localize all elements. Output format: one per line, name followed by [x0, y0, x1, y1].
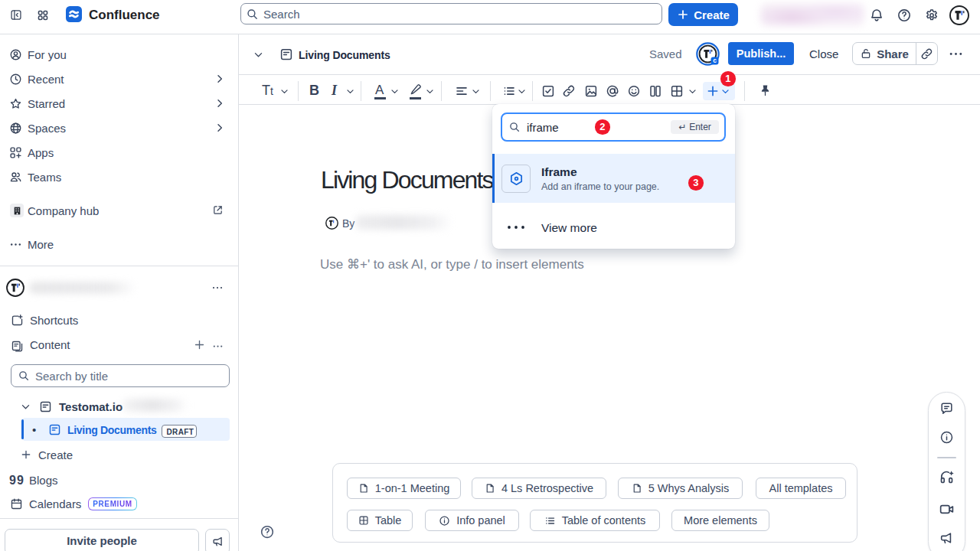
svg-text:c: c — [713, 57, 717, 64]
